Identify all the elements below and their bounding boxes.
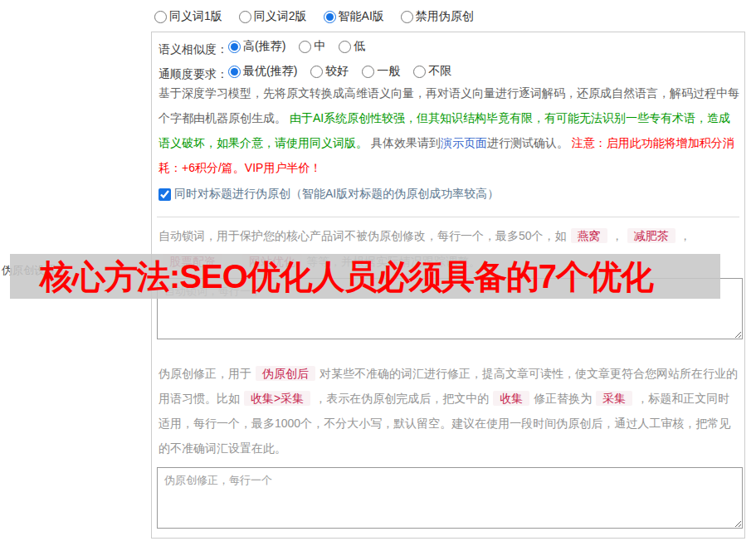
keyword-chip: 燕窝: [571, 228, 607, 243]
radio-option[interactable]: 低: [339, 39, 365, 54]
text-segment: ，: [612, 229, 623, 242]
watermark-banner-text: 核心方法:SEO优化人员必须具备的7个优化: [10, 254, 653, 299]
radio-input[interactable]: [299, 41, 311, 53]
watermark-banner: 核心方法:SEO优化人员必须具备的7个优化: [10, 254, 720, 299]
semantic-similarity-options: 高(推荐)中低: [228, 42, 378, 56]
demo-page-link[interactable]: 演示页面: [441, 136, 487, 149]
radio-label: 较好: [325, 64, 349, 79]
radio-input[interactable]: [228, 66, 241, 78]
radio-input[interactable]: [310, 66, 323, 78]
semantic-similarity-label: 语义相似度：: [159, 42, 228, 56]
radio-label: 中: [314, 39, 325, 54]
radio-input[interactable]: [239, 11, 251, 23]
text-segment: 进行测试确认。: [487, 136, 572, 149]
radio-label: 不限: [428, 64, 451, 79]
keyword-chip: 伪原创后: [256, 366, 315, 381]
keyword-chip: 收集: [493, 391, 529, 406]
correction-description: 伪原创修正，用于伪原创后对某些不准确的词汇进行修正，提高文章可读性，使文章更符合…: [159, 361, 739, 461]
radio-option[interactable]: 最优(推荐): [228, 64, 297, 79]
title-spin-checkbox[interactable]: [159, 188, 171, 201]
text-segment: ，: [680, 229, 691, 242]
keyword-chip: 采集: [596, 391, 632, 406]
spin-version-radio-group: 同义词1版同义词2版智能AI版禁用伪原创: [154, 9, 490, 26]
keyword-chip: 减肥茶: [627, 228, 676, 243]
radio-label: 一般: [377, 64, 400, 79]
ai-version-description: 基于深度学习模型，先将原文转换成高维语义向量，再对语义向量进行逐词解码，还原成自…: [159, 80, 739, 180]
section-divider: [157, 217, 739, 217]
text-segment: 具体效果请到: [371, 136, 441, 149]
title-spin-checkbox-row[interactable]: 同时对标题进行伪原创（智能AI版对标题的伪原创成功率较高）: [159, 187, 499, 202]
text-segment: 伪原创修正，用于: [159, 367, 251, 380]
radio-input[interactable]: [401, 11, 413, 23]
radio-option[interactable]: 高(推荐): [228, 39, 285, 54]
radio-label: 同义词2版: [254, 9, 307, 24]
text-segment: ，表示在伪原创完成后，把文中的: [315, 392, 489, 405]
fluency-options: 最优(推荐)较好一般不限: [228, 67, 465, 80]
radio-option[interactable]: 禁用伪原创: [401, 9, 474, 24]
radio-option[interactable]: 一般: [362, 64, 400, 79]
radio-label: 最优(推荐): [243, 64, 297, 79]
radio-input[interactable]: [339, 41, 351, 53]
semantic-similarity-row: 语义相似度：高(推荐)中低: [159, 39, 378, 57]
text-segment: 自动锁词，用于保护您的核心产品词不被伪原创修改，每行一个，最多50个，如: [159, 229, 567, 242]
radio-label: 低: [354, 39, 365, 54]
title-spin-checkbox-label: 同时对标题进行伪原创（智能AI版对标题的伪原创成功率较高）: [174, 187, 499, 202]
correction-textarea[interactable]: [157, 467, 743, 529]
radio-option[interactable]: 不限: [413, 64, 451, 79]
radio-label: 高(推荐): [243, 39, 285, 54]
radio-input[interactable]: [228, 41, 241, 53]
keyword-chip: 收集>采集: [244, 391, 310, 406]
text-segment: 修正替换为: [534, 392, 592, 405]
fluency-row: 通顺度要求：最优(推荐)较好一般不限: [159, 64, 465, 82]
radio-label: 智能AI版: [339, 9, 384, 24]
fluency-label: 通顺度要求：: [159, 67, 228, 80]
radio-option[interactable]: 同义词2版: [239, 9, 307, 24]
radio-option[interactable]: 智能AI版: [324, 9, 384, 24]
radio-input[interactable]: [413, 66, 426, 78]
radio-input[interactable]: [154, 11, 167, 23]
radio-label: 禁用伪原创: [416, 9, 474, 24]
radio-option[interactable]: 较好: [310, 64, 349, 79]
radio-input[interactable]: [362, 66, 374, 78]
pseudo-original-settings-page: 同义词1版同义词2版智能AI版禁用伪原创 语义相似度：高(推荐)中低 通顺度要求…: [0, 0, 756, 546]
radio-input[interactable]: [324, 11, 336, 23]
radio-option[interactable]: 同义词1版: [154, 9, 222, 24]
radio-label: 同义词1版: [169, 9, 222, 24]
radio-option[interactable]: 中: [299, 39, 325, 54]
